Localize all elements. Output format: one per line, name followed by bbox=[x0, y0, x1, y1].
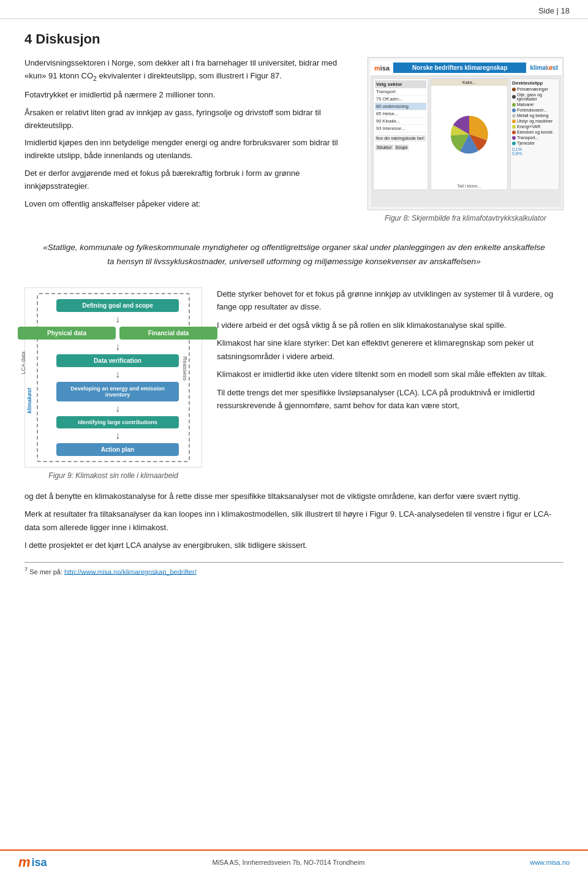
footnote-text: 7 Se mer på: http://www.misa.no/klimareg… bbox=[24, 566, 564, 576]
footer-center-text: MiSA AS, Innherredsveien 7b, NO-7014 Tro… bbox=[212, 859, 364, 866]
intro-para-3: Årsaken er relativt liten grad av innkjø… bbox=[24, 107, 355, 132]
main-text-col: Dette styrker behovet for et fokus på gr… bbox=[217, 287, 564, 480]
bottom-text: og det å benytte en klimakostanalyse for… bbox=[24, 490, 564, 552]
main-para-5: Til dette trengs det mer spesifikke livs… bbox=[217, 386, 564, 412]
pie-chart bbox=[445, 110, 494, 159]
intro-para-6: Loven om offentlig anskaffelser påpeker … bbox=[24, 198, 355, 211]
page-number: Side | 18 bbox=[538, 6, 570, 15]
footnote-section: 7 Se mer på: http://www.misa.no/klimareg… bbox=[24, 562, 564, 576]
figure9-caption: Figur 9: Klimakost sin rolle i klimaarbe… bbox=[48, 471, 178, 480]
action-plan-box: Action plan bbox=[56, 443, 179, 456]
reassess-label: Reassess bbox=[182, 356, 188, 381]
main-para-2: I videre arbeid er det også viktig å se … bbox=[217, 319, 564, 332]
data-verification-box: Data verification bbox=[56, 354, 179, 367]
figure9-col: LCA data klimakøst Reassess Defining goa… bbox=[24, 287, 202, 480]
bottom-para-2: Merk at resultater fra tiltaksanalyser d… bbox=[24, 507, 564, 534]
kd-boxes: Defining goal and scope ↓ Physical data … bbox=[40, 299, 186, 456]
intro-para-2: Fotavtrykket er imidlertid på nærmere 2 … bbox=[24, 89, 355, 102]
quote-text: «Statlige, kommunale og fylkeskommunale … bbox=[43, 241, 545, 269]
main-para-4: Klimakost er imidlertid ikke uten videre… bbox=[217, 368, 564, 381]
bottom-para-1: og det å benytte en klimakostanalyse for… bbox=[24, 490, 564, 503]
bottom-para-3: I dette prosjektet er det kjørt LCA anal… bbox=[24, 539, 564, 552]
main-para-3: Klimakost har sine klare styrker: Det ka… bbox=[217, 336, 564, 363]
intro-text: Undervisningssektoren i Norge, som dekke… bbox=[24, 57, 355, 222]
klimakost-brand-label: klimakøst bbox=[26, 388, 32, 414]
main-para-1: Dette styrker behovet for et fokus på gr… bbox=[217, 287, 564, 314]
footer-website: www.misa.no bbox=[530, 859, 570, 866]
page-header: Side | 18 bbox=[0, 0, 588, 19]
section-heading: 4 Diskusjon bbox=[24, 31, 564, 47]
arrow-4: ↓ bbox=[115, 404, 120, 414]
identifying-box: Identifying large contributions bbox=[56, 416, 179, 428]
misa-screenshot: misa Norske bedrifters klimaregnskap kli… bbox=[371, 60, 562, 207]
physical-data-box: Physical data bbox=[18, 327, 116, 340]
arrow-1: ↓ bbox=[115, 314, 120, 324]
arrow-2: ↓ bbox=[115, 342, 120, 352]
intro-section: Undervisningssektoren i Norge, som dekke… bbox=[24, 57, 564, 222]
financial-data-box: Financial data bbox=[119, 327, 217, 340]
footnote-number: 7 bbox=[24, 566, 28, 572]
intro-para-4: Imidlertid kjøpes den inn betydelige men… bbox=[24, 137, 355, 162]
klimakost-diagram: LCA data klimakøst Reassess Defining goa… bbox=[24, 287, 202, 468]
quote-section: «Statlige, kommunale og fylkeskommunale … bbox=[24, 235, 564, 275]
main-two-col: LCA data klimakøst Reassess Defining goa… bbox=[24, 287, 564, 480]
arrow-5: ↓ bbox=[115, 431, 120, 441]
lca-data-label: LCA data bbox=[20, 351, 26, 374]
footnote-link[interactable]: http://www.misa.no/klimaregnskap_bedrift… bbox=[64, 568, 197, 575]
intro-para-5: Det er derfor avgjørende med et fokus på… bbox=[24, 167, 355, 193]
figure8-box: misa Norske bedrifters klimaregnskap kli… bbox=[368, 57, 564, 210]
defining-goal-box: Defining goal and scope bbox=[56, 299, 179, 312]
figure8-container: misa Norske bedrifters klimaregnskap kli… bbox=[368, 57, 564, 222]
developing-energy-box: Developing an energy and emission invent… bbox=[56, 382, 179, 401]
dashed-box: Reassess Defining goal and scope ↓ Physi… bbox=[37, 293, 190, 462]
footer-logo-m: m bbox=[18, 854, 31, 870]
data-row: Physical data Financial data bbox=[18, 327, 217, 340]
footer-logo: m isa bbox=[18, 854, 47, 870]
intro-para-1: Undervisningssektoren i Norge, som dekke… bbox=[24, 57, 355, 84]
figure8-caption: Figur 8: Skjermbilde fra klimafotavtrykk… bbox=[385, 214, 546, 222]
page-footer: m isa MiSA AS, Innherredsveien 7b, NO-70… bbox=[0, 849, 588, 874]
footer-logo-isa: isa bbox=[32, 856, 47, 869]
arrow-3: ↓ bbox=[115, 370, 120, 379]
